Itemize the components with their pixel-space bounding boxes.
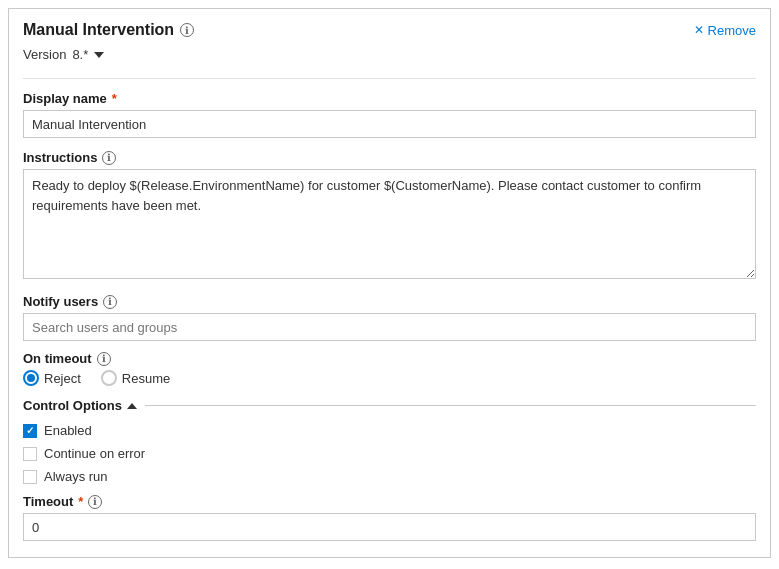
timeout-required-star: * (78, 494, 83, 509)
notify-users-section: Notify users ℹ (23, 294, 756, 341)
search-input-wrapper (23, 313, 756, 341)
continue-on-error-label: Continue on error (44, 446, 145, 461)
header-left: Manual Intervention ℹ (23, 21, 194, 39)
notify-users-label: Notify users ℹ (23, 294, 756, 309)
always-run-checkbox-row[interactable]: Always run (23, 469, 756, 484)
panel-header: Manual Intervention ℹ ✕ Remove (23, 21, 756, 39)
notify-users-info-icon[interactable]: ℹ (103, 295, 117, 309)
timeout-info-icon[interactable]: ℹ (88, 495, 102, 509)
control-options-header: Control Options (23, 398, 137, 413)
timeout-field-section: Timeout * ℹ (23, 494, 756, 541)
control-options-label: Control Options (23, 398, 122, 413)
version-value: 8.* (72, 47, 88, 62)
version-chevron-icon[interactable] (94, 52, 104, 58)
display-name-label: Display name * (23, 91, 756, 106)
search-users-input[interactable] (23, 313, 756, 341)
on-timeout-info-icon[interactable]: ℹ (97, 352, 111, 366)
display-name-section: Display name * (23, 91, 756, 138)
control-options-section: Enabled Continue on error Always run (23, 423, 756, 484)
on-timeout-label: On timeout ℹ (23, 351, 756, 366)
on-timeout-text: On timeout (23, 351, 92, 366)
title-info-icon[interactable]: ℹ (180, 23, 194, 37)
control-options-divider: Control Options (23, 398, 756, 413)
panel-title: Manual Intervention (23, 21, 174, 39)
resume-label: Resume (122, 371, 170, 386)
timeout-input[interactable] (23, 513, 756, 541)
continue-on-error-checkbox[interactable] (23, 447, 37, 461)
manual-intervention-panel: Manual Intervention ℹ ✕ Remove Version 8… (8, 8, 771, 558)
instructions-section: Instructions ℹ Ready to deploy $(Release… (23, 150, 756, 282)
enabled-checkbox-row[interactable]: Enabled (23, 423, 756, 438)
control-options-line (145, 405, 756, 406)
enabled-label: Enabled (44, 423, 92, 438)
remove-x-icon: ✕ (694, 23, 704, 37)
reject-radio-button[interactable] (23, 370, 39, 386)
always-run-label: Always run (44, 469, 108, 484)
continue-on-error-checkbox-row[interactable]: Continue on error (23, 446, 756, 461)
always-run-checkbox[interactable] (23, 470, 37, 484)
resume-radio-button[interactable] (101, 370, 117, 386)
display-name-required-star: * (112, 91, 117, 106)
on-timeout-radio-group: Reject Resume (23, 370, 756, 386)
resume-radio-option[interactable]: Resume (101, 370, 170, 386)
instructions-label: Instructions ℹ (23, 150, 756, 165)
timeout-label: Timeout * ℹ (23, 494, 756, 509)
instructions-info-icon[interactable]: ℹ (102, 151, 116, 165)
header-divider (23, 78, 756, 79)
on-timeout-section: On timeout ℹ Reject Resume (23, 351, 756, 386)
version-label: Version (23, 47, 66, 62)
control-options-chevron-icon[interactable] (127, 403, 137, 409)
reject-radio-option[interactable]: Reject (23, 370, 81, 386)
version-row: Version 8.* (23, 47, 756, 62)
remove-label: Remove (708, 23, 756, 38)
instructions-textarea[interactable]: Ready to deploy $(Release.EnvironmentNam… (23, 169, 756, 279)
display-name-input[interactable] (23, 110, 756, 138)
remove-button[interactable]: ✕ Remove (694, 23, 756, 38)
reject-label: Reject (44, 371, 81, 386)
enabled-checkbox[interactable] (23, 424, 37, 438)
